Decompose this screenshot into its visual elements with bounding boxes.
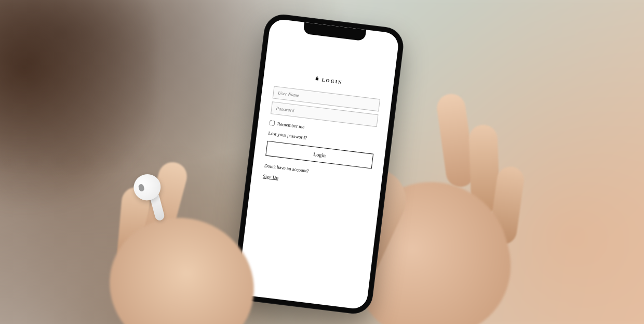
login-title: LOGIN [275,71,382,90]
login-form: LOGIN Remember me Lost your password? Lo… [263,71,382,193]
phone-screen: LOGIN Remember me Lost your password? Lo… [237,18,399,310]
login-title-text: LOGIN [321,77,343,85]
lock-icon [314,76,319,82]
signup-link[interactable]: Sign Up [263,173,279,180]
phone-notch [303,22,366,41]
remember-me-label: Remember me [277,121,305,129]
remember-me-checkbox[interactable] [269,120,275,126]
